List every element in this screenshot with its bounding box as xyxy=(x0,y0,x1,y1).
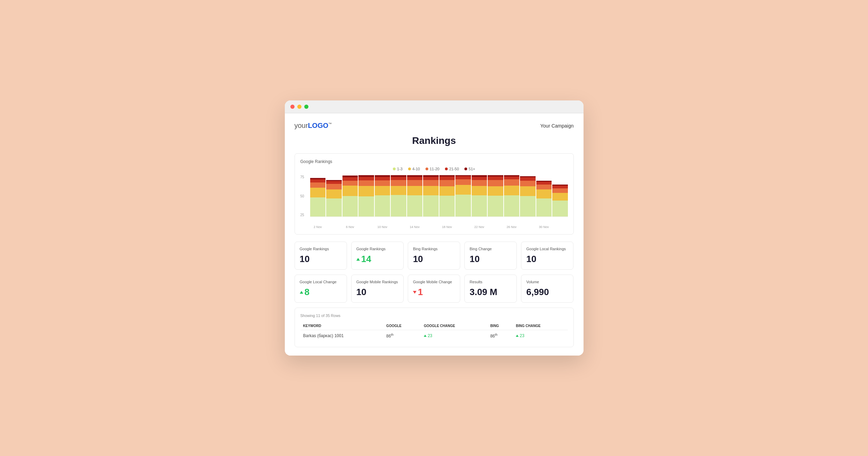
minimize-dot xyxy=(297,105,301,109)
close-dot xyxy=(290,105,295,109)
metric-card: Google Mobile Change1 xyxy=(408,275,460,303)
bar-segment-s4 xyxy=(504,177,520,180)
bar-segment-s4 xyxy=(326,181,342,184)
table-column-header: GOOGLE xyxy=(383,322,421,330)
bar-segment-s1 xyxy=(488,196,503,217)
y-label-25: 25 xyxy=(300,213,304,217)
table-info: Showing 11 of 35 Rows xyxy=(300,314,568,318)
bar-group xyxy=(358,175,374,217)
table-section: Showing 11 of 35 Rows KEYWORDGOOGLEGOOGL… xyxy=(295,308,574,347)
bar-segment-s2 xyxy=(488,186,503,196)
legend-label: 1-3 xyxy=(397,167,403,171)
metric-label: Volume xyxy=(526,280,568,284)
bar-segment-s3 xyxy=(536,185,552,190)
x-label xyxy=(552,225,568,229)
x-label: 30 Nov xyxy=(536,225,552,229)
bar-segment-s1 xyxy=(536,198,552,217)
table-header: KEYWORDGOOGLEGOOGLE CHANGEBINGBING CHANG… xyxy=(300,322,568,330)
x-label: 26 Nov xyxy=(504,225,520,229)
x-label xyxy=(358,225,374,229)
bar-segment-s1 xyxy=(472,195,487,217)
bar-group xyxy=(455,175,471,217)
bar-segment-s4 xyxy=(310,179,326,182)
bar-segment-s3 xyxy=(391,180,406,186)
google-rank-cell: 86th xyxy=(383,330,421,342)
table-column-header: BING CHANGE xyxy=(513,322,568,330)
legend-item: 21-50 xyxy=(445,167,459,171)
bar-segment-s4 xyxy=(375,177,390,180)
legend-item: 51+ xyxy=(464,167,475,171)
bar-segment-s4 xyxy=(536,182,552,184)
bar-segment-s3 xyxy=(552,188,568,193)
bar-segment-s1 xyxy=(520,196,536,217)
x-label: 18 Nov xyxy=(439,225,455,229)
legend-item: 11-20 xyxy=(425,167,439,171)
metric-value: 10 xyxy=(300,254,342,264)
bing-change-value: 23 xyxy=(516,333,565,338)
bar-segment-s2 xyxy=(439,186,455,196)
bar-group xyxy=(520,175,536,217)
maximize-dot xyxy=(304,105,308,109)
bar-segment-s1 xyxy=(552,201,568,217)
table-column-header: BING xyxy=(487,322,513,330)
x-label xyxy=(423,225,439,229)
browser-chrome xyxy=(285,100,584,113)
bar-segment-s1 xyxy=(310,197,326,217)
metrics-row-1: Google Rankings10Google Rankings14Bing R… xyxy=(295,242,574,270)
bar-group xyxy=(375,175,390,217)
bar-segment-s4 xyxy=(552,186,568,188)
legend-label: 21-50 xyxy=(449,167,459,171)
bar-segment-s3 xyxy=(310,182,326,188)
page-header: yourLOGO™ Your Campaign xyxy=(295,122,574,130)
bar-segment-s2 xyxy=(358,186,374,196)
metric-card: Google Local Change8 xyxy=(295,275,347,303)
bar-group xyxy=(488,175,503,217)
metric-value: 10 xyxy=(413,254,455,264)
metric-label: Google Mobile Rankings xyxy=(356,280,398,284)
bar-segment-s4 xyxy=(423,177,439,180)
legend-dot xyxy=(445,168,448,170)
bar-group xyxy=(504,175,520,217)
bar-segment-s1 xyxy=(342,196,358,217)
bar-segment-s2 xyxy=(391,186,406,195)
superscript: th xyxy=(495,333,498,336)
bing-rank-cell: 86th xyxy=(487,330,513,342)
x-label: 6 Nov xyxy=(342,225,358,229)
bar-segment-s2 xyxy=(423,186,439,195)
x-label xyxy=(520,225,536,229)
bar-segment-s3 xyxy=(407,180,423,186)
legend-label: 4-10 xyxy=(412,167,420,171)
metric-value: 14 xyxy=(356,254,398,264)
bar-group xyxy=(439,175,455,217)
metric-label: Google Rankings xyxy=(356,247,398,251)
metric-value: 10 xyxy=(526,254,568,264)
table-body: Barkas (баркас) 100186th2386th23 xyxy=(300,330,568,342)
metric-card: Bing Change10 xyxy=(464,242,517,270)
logo-tm: ™ xyxy=(328,122,332,126)
bar-segment-s3 xyxy=(358,180,374,186)
x-label: 2 Nov xyxy=(310,225,326,229)
y-label-75: 75 xyxy=(300,175,304,179)
bar-segment-s4 xyxy=(391,177,406,180)
bar-segment-s2 xyxy=(520,186,536,196)
bar-group xyxy=(391,175,406,217)
bar-group xyxy=(407,175,423,217)
bar-segment-s3 xyxy=(375,180,390,186)
chart-x-labels: 2 Nov6 Nov10 Nov14 Nov18 Nov22 Nov26 Nov… xyxy=(310,225,568,229)
logo-brand: LOGO xyxy=(308,122,328,129)
metric-value: 8 xyxy=(300,287,342,298)
bar-segment-s3 xyxy=(439,180,455,186)
bar-segment-s1 xyxy=(455,195,471,217)
bar-segment-s3 xyxy=(455,179,471,185)
bar-group xyxy=(536,175,552,217)
bar-segment-s2 xyxy=(472,186,487,195)
bar-segment-s2 xyxy=(375,186,390,195)
bar-segment-s4 xyxy=(520,177,536,180)
bar-segment-s4 xyxy=(488,177,503,180)
bar-segment-s1 xyxy=(358,196,374,217)
keyword-cell: Barkas (баркас) 1001 xyxy=(300,330,384,342)
arrow-down-icon xyxy=(413,291,416,294)
bar-segment-s2 xyxy=(455,185,471,195)
rankings-table: KEYWORDGOOGLEGOOGLE CHANGEBINGBING CHANG… xyxy=(300,322,568,341)
chart-area: 75 50 25 xyxy=(300,175,568,224)
